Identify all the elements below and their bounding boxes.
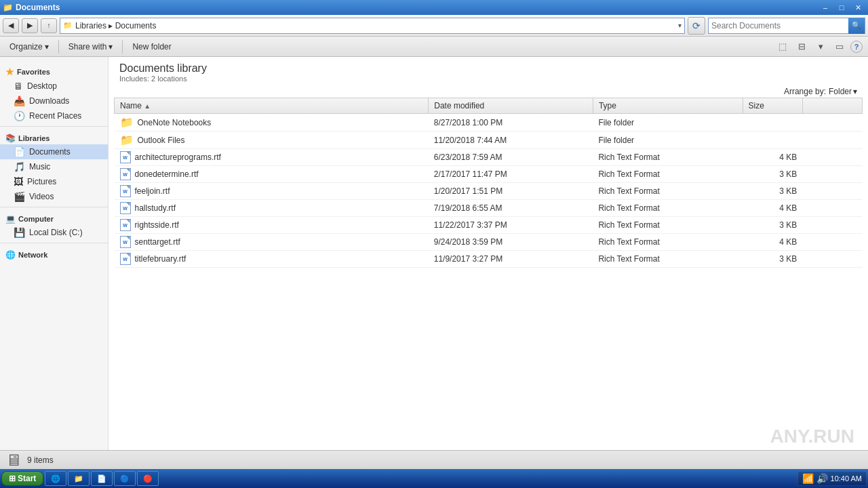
- navigation-toolbar: ◀ ▶ ↑ 📁 ▾ ⟳ 🔍: [0, 15, 868, 37]
- back-button[interactable]: ◀: [3, 18, 19, 33]
- organize-chevron: ▾: [45, 42, 49, 52]
- taskbar-ie[interactable]: 🌐: [45, 471, 66, 486]
- column-size[interactable]: Size: [743, 98, 802, 114]
- share-button[interactable]: Share with ▾: [64, 40, 117, 54]
- taskbar-chrome[interactable]: 🔵: [114, 471, 136, 486]
- column-name[interactable]: Name ▲: [115, 98, 429, 114]
- file-name-cell: W feeljoin.rtf: [115, 183, 429, 200]
- sidebar-item-music[interactable]: 🎵 Music: [0, 159, 108, 174]
- file-size: 3 KB: [743, 251, 802, 268]
- network-label: Network: [18, 251, 47, 259]
- refresh-button[interactable]: ⟳: [688, 17, 705, 35]
- status-item-count: 9 items: [27, 455, 54, 465]
- layout-button[interactable]: ▭: [831, 39, 848, 54]
- minimize-button[interactable]: –: [818, 1, 833, 14]
- file-size: [743, 114, 802, 131]
- taskbar-media-icon: 📄: [97, 474, 106, 483]
- sidebar-item-videos[interactable]: 🎬 Videos: [0, 189, 108, 204]
- new-folder-label: New folder: [132, 42, 171, 52]
- column-date[interactable]: Date modified: [429, 98, 593, 114]
- address-bar-container: 📁 ▾: [60, 18, 685, 34]
- downloads-icon: 📥: [14, 96, 25, 106]
- search-button[interactable]: 🔍: [848, 18, 865, 34]
- sidebar-item-recent[interactable]: 🕐 Recent Places: [0, 108, 108, 123]
- forward-button[interactable]: ▶: [22, 18, 38, 33]
- sidebar-downloads-label: Downloads: [29, 96, 69, 106]
- table-row[interactable]: W architectureprograms.rtf 6/23/2018 7:5…: [115, 149, 863, 166]
- up-button[interactable]: ↑: [41, 18, 57, 33]
- table-row[interactable]: 📁 OneNote Notebooks 8/27/2018 1:00 PM Fi…: [115, 114, 863, 131]
- window-icon: 📁: [3, 3, 13, 12]
- share-chevron: ▾: [108, 42, 113, 52]
- network-section[interactable]: 🌐 Network: [0, 246, 108, 261]
- library-title: Documents library: [119, 62, 857, 75]
- sidebar-item-documents[interactable]: 📄 Documents: [0, 144, 108, 159]
- table-row[interactable]: W hallstudy.rtf 7/19/2018 6:55 AM Rich T…: [115, 200, 863, 217]
- sidebar-item-desktop[interactable]: 🖥 Desktop: [0, 79, 108, 94]
- sidebar-music-label: Music: [29, 162, 50, 171]
- close-button[interactable]: ✕: [850, 1, 865, 14]
- file-name-cell: 📁 Outlook Files: [115, 131, 429, 149]
- table-row[interactable]: W titlefebruary.rtf 11/9/2017 3:27 PM Ri…: [115, 251, 863, 268]
- file-name: architectureprograms.rtf: [135, 152, 221, 162]
- address-dropdown-button[interactable]: ▾: [678, 22, 682, 29]
- favorites-section[interactable]: ★ Favorites: [0, 62, 108, 79]
- file-date: 7/19/2018 6:55 AM: [429, 200, 593, 217]
- table-row[interactable]: W donedetermine.rtf 2/17/2017 11:47 PM R…: [115, 166, 863, 183]
- search-input[interactable]: [709, 21, 848, 30]
- file-name-cell: W rightsside.rtf: [115, 217, 429, 234]
- help-button[interactable]: ?: [850, 41, 863, 53]
- file-size: 3 KB: [743, 183, 802, 200]
- taskbar-security[interactable]: 🔴: [137, 471, 159, 486]
- table-row[interactable]: W feeljoin.rtf 1/20/2017 1:51 PM Rich Te…: [115, 183, 863, 200]
- table-row[interactable]: 📁 Outlook Files 11/20/2018 7:44 AM File …: [115, 131, 863, 149]
- file-table: Name ▲ Date modified Type Size: [114, 98, 863, 268]
- address-input[interactable]: [75, 21, 675, 30]
- libraries-section[interactable]: 📚 Libraries: [0, 129, 108, 144]
- file-type: Rich Text Format: [593, 166, 743, 183]
- file-date: 9/24/2018 3:59 PM: [429, 234, 593, 251]
- file-name-cell: W titlefebruary.rtf: [115, 251, 429, 268]
- table-row[interactable]: W rightsside.rtf 11/22/2017 3:37 PM Rich…: [115, 217, 863, 234]
- sidebar: ★ Favorites 🖥 Desktop 📥 Downloads 🕐 Rece…: [0, 57, 108, 450]
- file-extra: [802, 114, 862, 131]
- network-icon: 🌐: [5, 250, 16, 260]
- file-name: donedetermine.rtf: [135, 169, 199, 179]
- sidebar-item-downloads[interactable]: 📥 Downloads: [0, 94, 108, 108]
- taskbar-explorer[interactable]: 📁: [68, 471, 90, 486]
- arrange-label: Arrange by:: [784, 87, 826, 96]
- sidebar-item-pictures[interactable]: 🖼 Pictures: [0, 174, 108, 189]
- new-folder-button[interactable]: New folder: [128, 40, 175, 54]
- sort-arrow-name: ▲: [144, 102, 151, 110]
- rtf-icon: W: [120, 236, 131, 248]
- file-extra: [802, 234, 862, 251]
- details-pane-button[interactable]: ⊟: [793, 39, 810, 54]
- sidebar-item-local-disk[interactable]: 💾 Local Disk (C:): [0, 225, 108, 240]
- rtf-icon: W: [120, 151, 131, 163]
- column-type[interactable]: Type: [593, 98, 743, 114]
- organize-label: Organize: [9, 42, 43, 52]
- rtf-icon: W: [120, 253, 131, 265]
- view-options-button[interactable]: ▾: [812, 39, 829, 54]
- file-type: Rich Text Format: [593, 183, 743, 200]
- sidebar-divider-1: [0, 126, 108, 127]
- organize-button[interactable]: Organize ▾: [5, 40, 53, 54]
- sidebar-desktop-label: Desktop: [27, 81, 57, 91]
- share-label: Share with: [68, 42, 107, 52]
- file-name: feeljoin.rtf: [135, 186, 170, 196]
- table-row[interactable]: W senttarget.rtf 9/24/2018 3:59 PM Rich …: [115, 234, 863, 251]
- file-name-cell: W architectureprograms.rtf: [115, 149, 429, 166]
- extra-pane-button[interactable]: ⬚: [774, 39, 791, 54]
- arrange-value-button[interactable]: Folder ▾: [829, 87, 857, 96]
- taskbar-chrome-icon: 🔵: [120, 474, 130, 483]
- taskbar-time: 10:40 AM: [831, 474, 862, 483]
- computer-label: Computer: [18, 215, 54, 223]
- start-button[interactable]: ⊞ Start: [1, 471, 43, 486]
- taskbar-sound-icon[interactable]: 🔊: [816, 473, 828, 484]
- taskbar-network-icon[interactable]: 📶: [802, 473, 814, 484]
- libraries-label: Libraries: [18, 134, 50, 142]
- file-name: OneNote Notebooks: [138, 118, 212, 127]
- restore-button[interactable]: □: [834, 1, 849, 14]
- computer-section[interactable]: 💻 Computer: [0, 210, 108, 225]
- taskbar-media-player[interactable]: 📄: [91, 471, 113, 486]
